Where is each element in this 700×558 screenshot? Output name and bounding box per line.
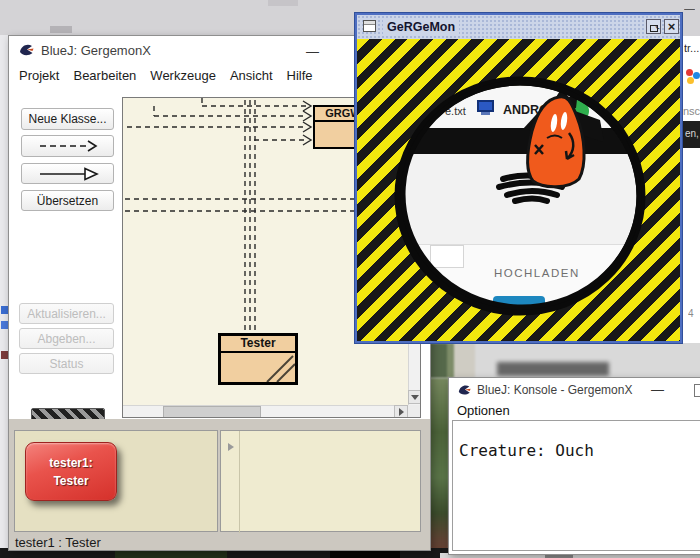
background-text-tr: tr... [684,42,700,54]
status-button[interactable]: Status [19,353,114,374]
creature-drawing [357,39,680,341]
menu-projekt[interactable]: Projekt [12,68,66,83]
background-photo-fragment [429,343,475,378]
background-fragment [268,0,298,6]
menu-werkzeuge[interactable]: Werkzeuge [143,68,223,83]
window-icon-titlebar [364,21,375,25]
main-menu-bar: Projekt Bearbeiten Werkzeuge Ansicht Hil… [12,68,320,83]
gergemon-canvas: e.txt ANDROID HOCHLADEN [357,39,680,341]
main-window-title: BlueJ: GergemonX [41,43,151,58]
maximize-icon[interactable] [694,384,700,397]
menu-hilfe[interactable]: Hilfe [280,68,320,83]
scroll-right-button[interactable] [394,405,408,418]
bluej-logo-icon [457,383,472,397]
restore-icon[interactable]: ◟ [646,19,661,34]
background-right-column [682,36,700,376]
code-pad-gutter [239,431,240,533]
drive-logo-blue-dot [693,72,700,79]
object-tester1[interactable]: tester1: Tester [25,442,117,501]
scroll-down-button[interactable] [408,390,421,404]
class-tester[interactable]: Tester [218,333,298,385]
drive-logo-yellow-dot [687,77,694,84]
minimize-icon[interactable]: — [651,382,664,397]
drive-logo-icon [684,68,700,86]
background-link-fragment [1,351,8,359]
uncompiled-hatch-icon [221,353,295,382]
console-output-text: Creature: Ouch [459,441,594,460]
restore-arrow: ◟ [656,21,659,30]
gergemon-title: GeRGeMon [383,20,459,34]
prompt-arrow-icon [228,443,234,451]
console-title-bar[interactable]: BlueJ: Konsole - GergemonX — [449,378,700,402]
scroll-down-arrow-icon [411,395,419,400]
minimize-icon[interactable]: — [306,44,319,59]
console-window-title: BlueJ: Konsole - GergemonX [477,383,632,397]
background-link-fragment [1,321,8,329]
uses-arrow-icon [28,138,108,154]
code-pad[interactable] [220,430,421,532]
horizontal-scroll-thumb[interactable] [163,406,261,418]
window-icon [363,20,376,32]
close-icon[interactable]: × [664,19,679,34]
object-name: tester1: [49,456,92,470]
menu-ansicht[interactable]: Ansicht [223,68,280,83]
background-smudge [497,362,609,376]
submit-button[interactable]: Abgeben... [19,328,114,349]
console-menu-optionen[interactable]: Optionen [457,403,510,418]
status-bar: tester1 : Tester [15,535,101,550]
background-text-en: en, [685,128,699,139]
background-page-number: 4 [688,308,694,319]
object-type: Tester [53,474,88,488]
background-minimize-glyph: — [684,2,695,14]
scrollbar-corner [408,405,421,418]
update-button[interactable]: Aktualisieren... [19,303,114,324]
background-dark-bar: en, [682,121,700,148]
desktop: — tr... nsch en, 4 BlueJ: GergemonX — Pr… [0,0,700,558]
compile-button[interactable]: Übersetzen [21,190,114,211]
bluej-console-window: BlueJ: Konsole - GergemonX — Optionen Cr… [448,377,700,555]
uses-arrow-button[interactable] [21,135,114,157]
inheritance-arrow-icon [28,166,108,182]
new-class-button[interactable]: Neue Klasse... [21,108,114,130]
scroll-right-arrow-icon [399,408,404,416]
gergemon-title-bar[interactable]: GeRGeMon ◟ × [357,15,680,39]
background-text-nsch: nsch [683,105,700,117]
bluej-logo-icon [18,42,35,58]
drive-logo-red-dot [686,69,693,76]
console-output-area[interactable]: Creature: Ouch [452,420,700,551]
inheritance-arrow-button[interactable] [21,163,114,184]
background-fragment [50,26,72,33]
menu-bearbeiten[interactable]: Bearbeiten [66,68,143,83]
class-tester-label: Tester [221,336,295,353]
background-photo-fragment [429,378,449,558]
gergemon-window: GeRGeMon ◟ × e.txt ANDROID HOCHLADEN [355,13,682,343]
background-link-fragment [1,306,8,314]
creature-body [528,97,584,187]
object-bench[interactable]: tester1: Tester [14,430,218,532]
